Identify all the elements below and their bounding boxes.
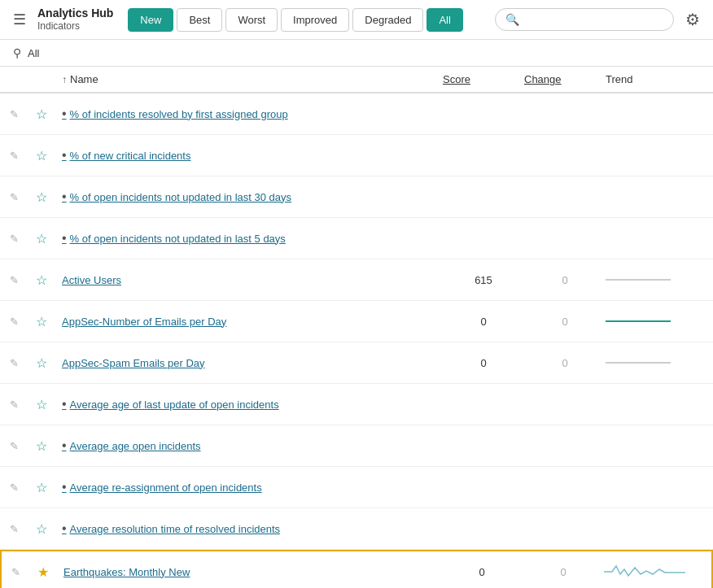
bullet-icon: • xyxy=(62,148,67,163)
edit-icon[interactable]: ✎ xyxy=(10,399,36,411)
bullet-icon: • xyxy=(62,189,67,204)
row-indicator-name[interactable]: •% of open incidents not updated in last… xyxy=(62,189,443,204)
row-indicator-name[interactable]: •% of incidents resolved by first assign… xyxy=(62,107,443,121)
col-name-header[interactable]: ↑ Name xyxy=(62,73,443,85)
indicator-name-text: % of incidents resolved by first assigne… xyxy=(70,108,288,120)
row-score: 0 xyxy=(443,357,524,369)
star-icon[interactable]: ☆ xyxy=(36,355,62,371)
row-trend xyxy=(606,102,703,126)
nav-buttons: New Best Worst Improved Degraded All xyxy=(128,8,463,32)
edit-icon[interactable]: ✎ xyxy=(11,566,37,578)
row-trend xyxy=(606,351,703,375)
star-icon[interactable]: ☆ xyxy=(36,148,62,163)
edit-icon[interactable]: ✎ xyxy=(10,481,36,494)
header: ☰ Analytics Hub Indicators New Best Wors… xyxy=(0,0,713,40)
star-icon[interactable]: ☆ xyxy=(36,438,62,454)
row-change: 0 xyxy=(524,316,606,328)
table-row: ✎☆•% of open incidents not updated in la… xyxy=(0,218,713,259)
filter-label[interactable]: All xyxy=(28,47,39,59)
bullet-icon: • xyxy=(62,480,67,494)
table-row: ✎☆•Average age open incidents xyxy=(0,425,713,467)
indicator-name-text: % of new critical incidents xyxy=(70,150,191,162)
table-row: ✎☆AppSec-Number of Emails per Day00 xyxy=(0,301,713,342)
edit-icon[interactable]: ✎ xyxy=(10,440,36,452)
star-icon[interactable]: ★ xyxy=(37,564,63,580)
row-indicator-name[interactable]: •Average resolution time of resolved inc… xyxy=(62,521,443,536)
bullet-icon: • xyxy=(62,107,67,121)
star-icon[interactable]: ☆ xyxy=(36,189,62,205)
row-trend xyxy=(606,475,703,499)
row-score: 615 xyxy=(443,274,524,286)
star-icon[interactable]: ☆ xyxy=(36,480,62,495)
filter-bar: ⚲ All xyxy=(0,40,713,67)
search-input[interactable] xyxy=(524,14,663,26)
edit-icon[interactable]: ✎ xyxy=(10,191,36,203)
star-icon[interactable]: ☆ xyxy=(36,107,62,122)
edit-icon[interactable]: ✎ xyxy=(10,108,36,120)
row-indicator-name[interactable]: •% of open incidents not updated in last… xyxy=(62,231,443,246)
row-change: 0 xyxy=(524,274,606,286)
search-icon: 🔍 xyxy=(505,13,519,26)
row-indicator-name[interactable]: AppSec-Number of Emails per Day xyxy=(62,316,443,328)
indicator-name-text: Earthquakes: Monthly New xyxy=(63,566,190,578)
col-change-header[interactable]: Change xyxy=(524,73,606,85)
row-trend xyxy=(606,143,703,168)
settings-icon[interactable]: ⚙ xyxy=(682,7,703,33)
row-trend xyxy=(606,516,703,541)
nav-btn-improved[interactable]: Improved xyxy=(281,8,349,32)
filter-icon: ⚲ xyxy=(13,46,21,59)
bullet-icon: • xyxy=(62,231,67,246)
row-trend xyxy=(606,309,703,333)
sort-arrow-icon: ↑ xyxy=(62,74,67,85)
trend-line-flat-icon xyxy=(606,279,671,281)
indicator-name-text: Average age open incidents xyxy=(70,440,201,452)
edit-icon[interactable]: ✎ xyxy=(10,150,36,162)
table-row: ✎☆•% of incidents resolved by first assi… xyxy=(0,94,713,135)
row-indicator-name[interactable]: •Average re-assignment of open incidents xyxy=(62,480,443,494)
row-indicator-name[interactable]: Active Users xyxy=(62,274,443,286)
row-trend xyxy=(606,268,703,292)
star-icon[interactable]: ☆ xyxy=(36,231,62,246)
edit-icon[interactable]: ✎ xyxy=(10,233,36,245)
bullet-icon: • xyxy=(62,438,67,453)
row-indicator-name[interactable]: AppSec-Spam Emails per Day xyxy=(62,357,443,369)
star-icon[interactable]: ☆ xyxy=(36,397,62,412)
indicator-name-text: AppSec-Spam Emails per Day xyxy=(62,357,205,369)
search-box[interactable]: 🔍 xyxy=(495,8,674,31)
edit-icon[interactable]: ✎ xyxy=(10,523,36,535)
table-row: ✎☆•% of new critical incidents xyxy=(0,135,713,176)
row-indicator-name[interactable]: •Average age open incidents xyxy=(62,438,443,453)
indicator-name-text: % of open incidents not updated in last … xyxy=(70,191,291,203)
hamburger-menu-icon[interactable]: ☰ xyxy=(10,7,29,32)
row-trend xyxy=(604,560,702,584)
trend-wavy-icon xyxy=(604,560,685,584)
row-indicator-name[interactable]: •% of new critical incidents xyxy=(62,148,443,163)
table-row: ✎☆Active Users6150 xyxy=(0,259,713,301)
edit-icon[interactable]: ✎ xyxy=(10,357,36,369)
star-icon[interactable]: ☆ xyxy=(36,272,62,288)
indicators-table: ↑ Name Score Change Trend ✎☆•% of incide… xyxy=(0,67,713,588)
col-trend-header: Trend xyxy=(606,73,703,85)
edit-icon[interactable]: ✎ xyxy=(10,274,36,286)
nav-btn-all[interactable]: All xyxy=(426,8,462,32)
table-header: ↑ Name Score Change Trend xyxy=(0,67,713,94)
star-icon[interactable]: ☆ xyxy=(36,521,62,537)
edit-icon[interactable]: ✎ xyxy=(10,316,36,328)
nav-btn-degraded[interactable]: Degraded xyxy=(352,8,423,32)
indicator-name-text: Average resolution time of resolved inci… xyxy=(70,523,280,535)
nav-btn-new[interactable]: New xyxy=(128,8,173,32)
nav-btn-best[interactable]: Best xyxy=(177,8,222,32)
indicator-name-text: Average age of last update of open incid… xyxy=(70,399,279,411)
indicator-name-text: Average re-assignment of open incidents xyxy=(70,481,262,494)
col-score-header[interactable]: Score xyxy=(443,73,524,85)
indicator-name-text: % of open incidents not updated in last … xyxy=(70,233,286,245)
nav-btn-worst[interactable]: Worst xyxy=(225,8,278,32)
row-score: 0 xyxy=(441,566,523,578)
indicator-name-text: Active Users xyxy=(62,274,121,286)
row-indicator-name[interactable]: •Average age of last update of open inci… xyxy=(62,397,443,412)
row-change: 0 xyxy=(524,357,606,369)
star-icon[interactable]: ☆ xyxy=(36,314,62,329)
row-trend xyxy=(606,433,703,458)
row-indicator-name[interactable]: Earthquakes: Monthly New xyxy=(63,566,441,578)
indicator-name-text: AppSec-Number of Emails per Day xyxy=(62,316,226,328)
